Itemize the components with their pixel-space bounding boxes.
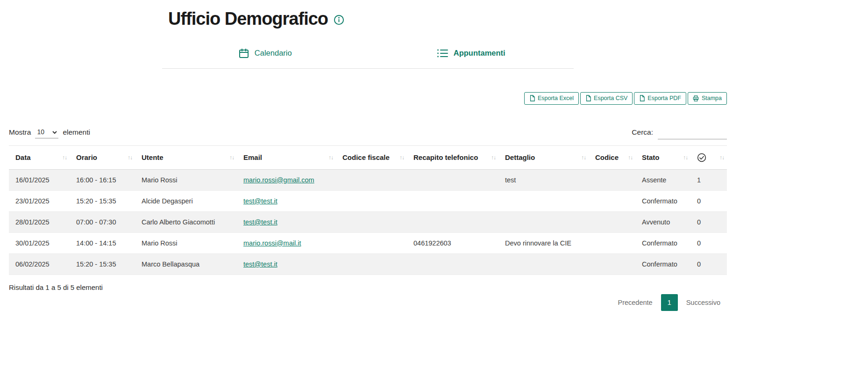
sort-icon[interactable]: ↑↓ xyxy=(628,154,633,161)
cell-presenze: 0 xyxy=(690,253,727,274)
sort-icon[interactable]: ↑↓ xyxy=(581,154,586,161)
export-toolbar: Esporta Excel Esporta CSV Esporta PDF xyxy=(9,92,727,105)
column-header-recapito[interactable]: Recapito telefonico ↑↓ xyxy=(407,145,498,169)
cell-data: 30/01/2025 xyxy=(9,232,70,253)
cell-stato: Confermato xyxy=(635,190,690,211)
cell-recapito xyxy=(407,190,498,211)
email-link[interactable]: mario.rossi@mail.it xyxy=(243,239,301,247)
cell-utente: Mario Rossi xyxy=(135,232,237,253)
cell-stato: Avvenuto xyxy=(635,211,690,232)
cell-orario: 16:00 - 16:15 xyxy=(70,169,135,190)
column-header-dettaglio[interactable]: Dettaglio ↑↓ xyxy=(498,145,589,169)
cell-data: 23/01/2025 xyxy=(9,190,70,211)
sort-icon[interactable]: ↑↓ xyxy=(719,154,724,161)
show-entries-label: Mostra xyxy=(9,128,31,137)
column-header-codice-fiscale[interactable]: Codice fiscale ↑↓ xyxy=(336,145,407,169)
tab-calendario[interactable]: Calendario xyxy=(162,44,368,68)
cell-codice-fiscale xyxy=(336,232,407,253)
column-header-codice[interactable]: Codice ↑↓ xyxy=(589,145,635,169)
cell-orario: 07:00 - 07:30 xyxy=(70,211,135,232)
search-input[interactable] xyxy=(658,125,727,139)
info-icon[interactable] xyxy=(334,14,344,25)
export-csv-button[interactable]: Esporta CSV xyxy=(580,92,633,105)
content-wrapper: Ufficio Demografico xyxy=(9,0,727,311)
email-link[interactable]: mario.rossi@gmail.com xyxy=(243,176,314,184)
cell-email: test@test.it xyxy=(237,190,336,211)
cell-recapito xyxy=(407,253,498,274)
sort-icon[interactable]: ↑↓ xyxy=(491,154,496,161)
sort-icon[interactable]: ↑↓ xyxy=(328,154,333,161)
tab-appuntamenti[interactable]: Appuntamenti xyxy=(368,44,574,68)
column-label: Orario xyxy=(76,153,97,161)
cell-email: test@test.it xyxy=(237,253,336,274)
column-label: Codice xyxy=(595,153,619,161)
header-block: Ufficio Demografico xyxy=(162,0,574,69)
table-row: 28/01/2025 07:00 - 07:30 Carlo Alberto G… xyxy=(9,211,727,232)
cell-codice xyxy=(589,232,635,253)
table-header-row: Data ↑↓ Orario ↑↓ Utente ↑↓ Email ↑↓ Cod… xyxy=(9,145,727,169)
sort-icon[interactable]: ↑↓ xyxy=(62,154,67,161)
cell-data: 16/01/2025 xyxy=(9,169,70,190)
appointments-table: Data ↑↓ Orario ↑↓ Utente ↑↓ Email ↑↓ Cod… xyxy=(9,145,727,275)
email-link[interactable]: test@test.it xyxy=(243,197,277,205)
column-label: Codice fiscale xyxy=(342,153,390,161)
print-label: Stampa xyxy=(702,95,722,101)
pagination-next[interactable]: Successivo xyxy=(680,294,727,311)
calendar-icon xyxy=(238,48,249,59)
cell-orario: 15:20 - 15:35 xyxy=(70,190,135,211)
tab-calendario-label: Calendario xyxy=(255,49,292,58)
cell-codice-fiscale xyxy=(336,169,407,190)
print-button[interactable]: Stampa xyxy=(688,92,727,105)
pagination-page-1[interactable]: 1 xyxy=(661,294,678,311)
column-label: Stato xyxy=(642,153,660,161)
export-csv-label: Esporta CSV xyxy=(594,95,627,101)
entries-select[interactable]: 10 xyxy=(35,126,58,138)
cell-dettaglio: test xyxy=(498,169,589,190)
table-controls: Mostra 10 elementi Cerca: xyxy=(9,125,727,139)
cell-utente: Alcide Degasperi xyxy=(135,190,237,211)
sort-icon[interactable]: ↑↓ xyxy=(128,154,132,161)
sort-icon[interactable]: ↑↓ xyxy=(683,154,688,161)
column-header-presenze[interactable]: ↑↓ xyxy=(690,145,727,169)
column-label: Utente xyxy=(142,153,164,161)
email-link[interactable]: test@test.it xyxy=(243,218,277,226)
cell-data: 06/02/2025 xyxy=(9,253,70,274)
export-pdf-label: Esporta PDF xyxy=(647,95,681,101)
sort-icon[interactable]: ↑↓ xyxy=(399,154,404,161)
column-header-stato[interactable]: Stato ↑↓ xyxy=(635,145,690,169)
cell-presenze: 0 xyxy=(690,232,727,253)
column-label: Recapito telefonico xyxy=(413,153,478,161)
file-export-icon xyxy=(639,95,645,101)
export-excel-button[interactable]: Esporta Excel xyxy=(524,92,579,105)
cell-recapito: 0461922603 xyxy=(407,232,498,253)
tab-bar: Calendario Appuntamenti xyxy=(162,44,574,69)
tab-appuntamenti-label: Appuntamenti xyxy=(454,49,505,58)
cell-codice xyxy=(589,190,635,211)
cell-presenze: 0 xyxy=(690,211,727,232)
check-circle-icon xyxy=(697,153,706,162)
cell-stato: Confermato xyxy=(635,253,690,274)
pagination: Precedente 1 Successivo xyxy=(9,294,727,311)
cell-codice-fiscale xyxy=(336,211,407,232)
show-entries-control: Mostra 10 elementi xyxy=(9,126,90,138)
column-header-data[interactable]: Data ↑↓ xyxy=(9,145,70,169)
table-row: 23/01/2025 15:20 - 15:35 Alcide Degasper… xyxy=(9,190,727,211)
column-label: Dettaglio xyxy=(505,153,535,161)
column-header-email[interactable]: Email ↑↓ xyxy=(237,145,336,169)
cell-data: 28/01/2025 xyxy=(9,211,70,232)
cell-dettaglio xyxy=(498,211,589,232)
column-label: Email xyxy=(243,153,262,161)
table-row: 06/02/2025 15:20 - 15:35 Marco Bellapasq… xyxy=(9,253,727,274)
cell-codice-fiscale xyxy=(336,190,407,211)
cell-codice xyxy=(589,169,635,190)
sort-icon[interactable]: ↑↓ xyxy=(229,154,234,161)
cell-utente: Carlo Alberto Giacomotti xyxy=(135,211,237,232)
export-pdf-button[interactable]: Esporta PDF xyxy=(634,92,686,105)
pagination-previous[interactable]: Precedente xyxy=(611,294,659,311)
column-header-orario[interactable]: Orario ↑↓ xyxy=(70,145,135,169)
email-link[interactable]: test@test.it xyxy=(243,260,277,268)
column-label: Data xyxy=(15,153,31,161)
table-row: 30/01/2025 14:00 - 14:15 Mario Rossi mar… xyxy=(9,232,727,253)
column-header-utente[interactable]: Utente ↑↓ xyxy=(135,145,237,169)
export-excel-label: Esporta Excel xyxy=(538,95,574,101)
